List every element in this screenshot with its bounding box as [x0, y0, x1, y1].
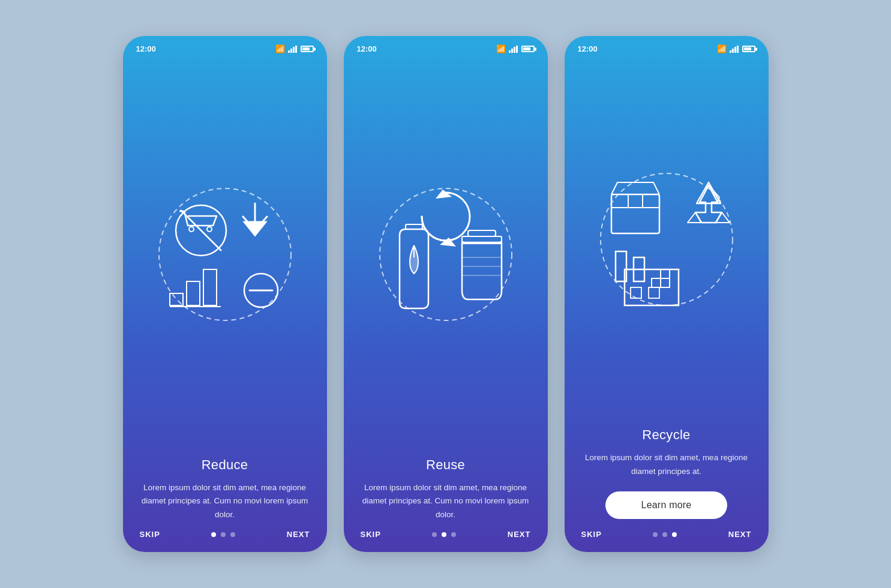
reuse-svg — [374, 182, 518, 326]
content-reduce: Reduce Lorem ipsum dolor sit dim amet, m… — [123, 451, 327, 530]
next-button-1[interactable]: NEXT — [287, 530, 310, 539]
time-3: 12:00 — [578, 44, 598, 53]
dot-3-3 — [672, 532, 677, 537]
dots-3 — [653, 532, 677, 537]
recycle-svg — [595, 167, 739, 311]
dots-2 — [432, 532, 456, 537]
dot-3-1 — [653, 532, 658, 537]
svg-marker-21 — [436, 190, 452, 199]
time-1: 12:00 — [136, 44, 156, 53]
illustration-recycle — [565, 57, 769, 421]
skip-button-1[interactable]: SKIP — [140, 530, 160, 539]
status-bar-2: 12:00 📶 — [344, 36, 548, 57]
svg-rect-12 — [203, 269, 217, 305]
svg-rect-1 — [290, 49, 292, 53]
next-button-2[interactable]: NEXT — [508, 530, 531, 539]
battery-icon-1 — [301, 46, 314, 52]
phone-screen-recycle: 12:00 📶 — [565, 36, 769, 552]
svg-rect-0 — [288, 50, 290, 53]
nav-bar-2: SKIP NEXT — [344, 530, 548, 552]
title-reuse: Reuse — [426, 457, 465, 473]
learn-more-button[interactable]: Learn more — [605, 491, 728, 519]
body-reduce: Lorem ipsum dolor sit dim amet, mea regi… — [140, 481, 310, 521]
svg-rect-32 — [737, 46, 739, 53]
svg-rect-17 — [511, 49, 513, 53]
status-icons-3: 📶 — [717, 44, 755, 53]
wifi-icon-1: 📶 — [275, 44, 285, 53]
battery-icon-2 — [521, 46, 535, 52]
signal-icon-3 — [730, 46, 739, 53]
phone-screen-reuse: 12:00 📶 — [344, 36, 548, 552]
dot-2-3 — [451, 532, 456, 537]
status-bar-3: 12:00 📶 — [565, 36, 769, 57]
body-reuse: Lorem ipsum dolor sit dim amet, mea regi… — [361, 481, 531, 521]
svg-rect-11 — [187, 281, 200, 305]
status-bar-1: 12:00 📶 — [123, 36, 327, 57]
svg-rect-19 — [516, 46, 518, 53]
nav-bar-3: SKIP NEXT — [565, 530, 769, 552]
svg-rect-44 — [649, 287, 659, 298]
signal-icon-1 — [288, 46, 298, 53]
svg-rect-31 — [734, 47, 736, 53]
illustration-reduce — [123, 57, 327, 451]
svg-rect-2 — [293, 47, 295, 53]
svg-rect-16 — [509, 50, 511, 53]
wifi-icon-2: 📶 — [496, 44, 506, 53]
illustration-reuse — [344, 57, 548, 451]
reduce-svg — [153, 182, 297, 326]
dots-1 — [211, 532, 235, 537]
svg-rect-43 — [631, 287, 641, 298]
nav-bar-1: SKIP NEXT — [123, 530, 327, 552]
content-reuse: Reuse Lorem ipsum dolor sit dim amet, me… — [344, 451, 548, 530]
time-2: 12:00 — [357, 44, 377, 53]
dot-1-3 — [230, 532, 235, 537]
status-icons-1: 📶 — [275, 44, 314, 53]
phone-screen-reduce: 12:00 📶 — [123, 36, 327, 552]
dot-2-1 — [432, 532, 437, 537]
svg-point-6 — [189, 227, 194, 232]
dot-1-1 — [211, 532, 216, 537]
svg-point-7 — [207, 227, 212, 232]
svg-rect-18 — [514, 47, 515, 53]
skip-button-2[interactable]: SKIP — [361, 530, 381, 539]
battery-icon-3 — [742, 46, 755, 52]
status-icons-2: 📶 — [496, 44, 535, 53]
next-button-3[interactable]: NEXT — [728, 530, 752, 539]
svg-rect-30 — [732, 49, 734, 53]
title-reduce: Reduce — [202, 457, 248, 473]
body-recycle: Lorem ipsum dolor sit dim amet, mea regi… — [581, 451, 752, 478]
svg-rect-34 — [611, 194, 659, 233]
dot-1-2 — [221, 532, 226, 537]
dot-3-2 — [662, 532, 667, 537]
svg-rect-24 — [468, 230, 496, 236]
content-recycle: Recycle Lorem ipsum dolor sit dim amet, … — [565, 421, 769, 530]
svg-marker-9 — [243, 221, 267, 236]
dot-2-2 — [442, 532, 446, 537]
title-recycle: Recycle — [642, 427, 690, 443]
svg-rect-3 — [295, 46, 297, 53]
wifi-icon-3: 📶 — [717, 44, 727, 53]
signal-icon-2 — [509, 46, 518, 53]
svg-rect-29 — [730, 50, 731, 53]
svg-point-4 — [159, 188, 291, 320]
screens-container: 12:00 📶 — [123, 36, 769, 552]
skip-button-3[interactable]: SKIP — [581, 530, 602, 539]
